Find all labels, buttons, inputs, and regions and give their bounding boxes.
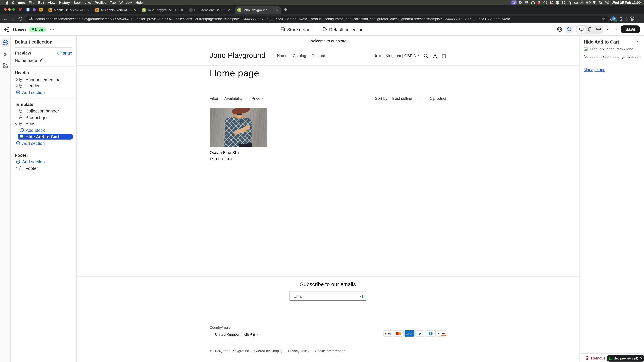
menu-chrome[interactable]: Chrome	[12, 0, 25, 4]
nav-home[interactable]: Home	[277, 53, 288, 58]
toast-close-icon[interactable]: ✕	[640, 357, 642, 360]
traffic-close-button[interactable]	[4, 8, 6, 10]
panel-more-icon[interactable]: ⋯	[635, 39, 640, 44]
tab-close-icon[interactable]: ✕	[228, 8, 230, 12]
new-tab-button[interactable]: +	[284, 7, 287, 12]
email-input[interactable]	[290, 293, 358, 299]
tab-mantle-helpdesk[interactable]: M Mantle Helpdesk: AI-Powere ✕	[46, 6, 92, 14]
add-section-template-button[interactable]: Add section	[11, 140, 76, 146]
store-account-icon[interactable]	[432, 53, 437, 58]
store-logo[interactable]: Jono Playground	[210, 51, 266, 60]
chevron-right-icon[interactable]	[15, 167, 17, 169]
nav-catalog[interactable]: Catalog	[293, 53, 306, 58]
site-settings-icon[interactable]	[29, 17, 33, 21]
snowflake-icon[interactable]	[555, 0, 560, 4]
sections-nav-button[interactable]	[1, 39, 9, 47]
theme-settings-button[interactable]: ⚙	[3, 52, 8, 57]
window-panels-icon[interactable]	[561, 0, 566, 4]
exit-editor-icon[interactable]	[4, 27, 10, 32]
country-region-select[interactable]: United Kingdom | GBP £	[210, 330, 253, 339]
extensions-puzzle-icon[interactable]	[619, 16, 624, 21]
tab-close-icon[interactable]: ✕	[134, 8, 136, 12]
menu-edit[interactable]: Edit	[38, 0, 44, 4]
traffic-zoom-button[interactable]	[12, 8, 14, 10]
shield-icon[interactable]	[524, 0, 529, 4]
forward-icon[interactable]: →	[11, 16, 15, 21]
add-section-header-button[interactable]: Add section	[11, 89, 76, 95]
menu-bookmarks[interactable]: Bookmarks	[74, 0, 91, 4]
profile-avatar-icon[interactable]	[630, 16, 634, 21]
email-badge-icon[interactable]: @	[549, 0, 554, 4]
sidebar-item-header[interactable]: Header	[11, 83, 76, 89]
redo-icon[interactable]: ↷	[614, 27, 618, 32]
back-icon[interactable]: ←	[3, 16, 8, 21]
chevron-right-icon[interactable]	[15, 78, 17, 80]
chevron-down-icon[interactable]	[15, 123, 17, 125]
control-center-icon[interactable]	[604, 0, 609, 4]
traffic-minimize-button[interactable]	[8, 8, 10, 10]
inspect-element-button[interactable]	[566, 26, 573, 33]
spotlight-search-icon[interactable]	[598, 0, 603, 4]
theme-more-icon[interactable]: ⋯	[50, 27, 54, 32]
product-title[interactable]: Ocean Blue Shirt	[210, 150, 446, 155]
tab-devconsole[interactable]: UI Extensions DevConsole ✕	[186, 6, 232, 14]
add-section-footer-button[interactable]: Add section	[11, 159, 76, 165]
filter-price[interactable]: Price	[252, 96, 264, 100]
person-circle-icon[interactable]	[574, 0, 578, 4]
dev-previews-toast[interactable]: dev previews (4) ✕	[606, 355, 644, 362]
gmail-pinned-tab[interactable]: M	[19, 7, 23, 11]
preview-inspector-icon[interactable]	[557, 27, 562, 32]
status-dot-icon[interactable]	[518, 0, 523, 4]
headphones-icon[interactable]	[530, 0, 535, 4]
menu-view[interactable]: View	[48, 0, 55, 4]
tab-ai-agents[interactable]: M AI Agents: Your AI Sandbox fo ✕	[93, 6, 139, 14]
apple-icon[interactable]	[4, 0, 10, 4]
tab-close-icon[interactable]: ✕	[181, 8, 183, 12]
reload-icon[interactable]	[18, 16, 23, 21]
tab-close-icon[interactable]: ✕	[87, 8, 90, 12]
sidebar-item-hide-add-to-cart-selected[interactable]: Hide Add to Cart	[18, 134, 73, 139]
filter-availability[interactable]: Availability	[224, 96, 246, 100]
menu-window[interactable]: Window	[120, 0, 132, 4]
chevron-right-icon[interactable]	[15, 85, 17, 87]
app-embeds-button[interactable]	[3, 62, 8, 70]
sidebar-item-apps[interactable]: Apps	[11, 120, 76, 127]
tab-edit-dawn-active[interactable]: S Jono Playground - Edit Dawn ✕	[235, 6, 281, 14]
store-search-icon[interactable]	[423, 53, 428, 58]
tab-close-icon[interactable]: ✕	[276, 8, 278, 12]
wifi-icon[interactable]	[592, 0, 597, 4]
menu-tab[interactable]: Tab	[110, 0, 116, 4]
alert-badge-icon[interactable]: !	[536, 0, 541, 4]
cookie-preferences-link[interactable]: Cookie preferences	[315, 349, 345, 353]
chrome-menu-kebab-icon[interactable]: ⋮	[637, 17, 641, 21]
sidebar-item-product-grid[interactable]: Product grid	[11, 114, 76, 120]
privacy-policy-link[interactable]: Privacy policy	[288, 349, 310, 353]
change-preview-link[interactable]: Change	[57, 50, 72, 55]
fullscreen-view-button[interactable]	[594, 26, 603, 33]
blue-app-pinned-tab[interactable]	[26, 7, 30, 11]
product-card[interactable]: Ocean Blue Shirt £50.00 GBP	[210, 108, 446, 161]
product-image[interactable]	[210, 108, 267, 147]
mantle-pinned-tab[interactable]: M	[39, 7, 43, 11]
url-bar[interactable]: admin.shopify.com/store/jono-playground/…	[26, 15, 608, 22]
page-context-selector[interactable]: Default collection	[322, 27, 364, 32]
screen-share-icon[interactable]	[511, 0, 517, 4]
sidebar-item-collection-banner[interactable]: Collection banner	[11, 108, 76, 114]
edit-pencil-icon[interactable]	[40, 58, 44, 62]
desktop-view-button[interactable]	[577, 26, 586, 33]
announcement-bar[interactable]: Welcome to our store	[77, 36, 579, 46]
nav-contact[interactable]: Contact	[312, 53, 325, 58]
sort-select[interactable]: Best selling	[392, 96, 422, 100]
menu-file[interactable]: File	[29, 0, 34, 4]
sidebar-item-announcement-bar[interactable]: Announcement bar	[11, 76, 76, 83]
sidebar-item-footer[interactable]: Footer	[11, 165, 76, 171]
battery-icon[interactable]	[586, 0, 591, 4]
menu-help[interactable]: Help	[136, 0, 143, 4]
powered-by-shopify-link[interactable]: Powered by Shopify	[252, 349, 282, 353]
menu-profiles[interactable]: Profiles	[95, 0, 106, 4]
creative-cloud-icon[interactable]	[543, 0, 548, 4]
manage-app-link[interactable]: Manage app	[584, 67, 605, 72]
llama-icon[interactable]	[567, 0, 572, 4]
store-default-selector[interactable]: Store default	[280, 27, 313, 32]
locale-selector[interactable]: United Kingdom | GBP £	[373, 53, 419, 58]
